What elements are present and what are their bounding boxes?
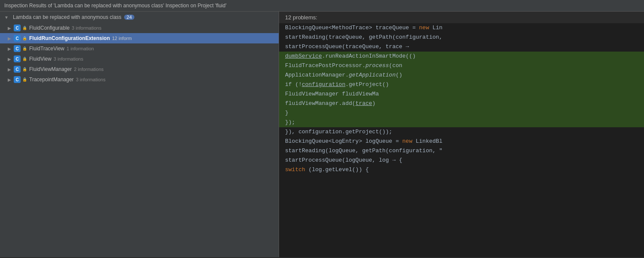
- root-label: Lambda can be replaced with anonymous cl…: [13, 14, 122, 20]
- item-name: FluidViewManager: [29, 66, 72, 72]
- item-arrow[interactable]: ▶: [8, 46, 14, 51]
- code-line: });: [279, 118, 644, 127]
- tree-item[interactable]: ▶C🔒FluidView 3 informations: [0, 54, 279, 64]
- root-count: 24: [124, 15, 134, 20]
- tree-item[interactable]: ▶C🔒FluidRunConfigurationExtension 12 inf…: [0, 33, 279, 43]
- item-name: FluidView: [29, 56, 52, 62]
- problems-header: 12 problems:: [279, 12, 644, 23]
- class-icon: C: [14, 76, 21, 83]
- code-text: ApplicationManager.getApplication(): [285, 71, 402, 80]
- tree-item[interactable]: ▶C🔒FluidViewManager 2 informations: [0, 64, 279, 74]
- lock-icon: 🔒: [21, 56, 27, 62]
- lock-icon: 🔒: [21, 46, 27, 52]
- item-count: 3 informations: [72, 25, 101, 31]
- code-line: BlockingQueue<LogEntry> logQueue = new L…: [279, 137, 644, 146]
- item-name: FluidConfigurable: [29, 25, 70, 31]
- class-icon: C: [14, 66, 21, 73]
- code-line: ApplicationManager.getApplication(): [279, 71, 644, 80]
- code-text: startReading(logQueue, getPath(configura…: [285, 146, 443, 156]
- code-text: fluidViewManager.add(trace): [285, 99, 376, 108]
- problems-count: 12 problems:: [285, 14, 317, 21]
- item-count: 3 informations: [76, 77, 106, 82]
- item-name: TracepointManager: [29, 77, 74, 83]
- title-text: Inspection Results of 'Lambda can be rep…: [4, 3, 226, 9]
- tree-item[interactable]: ▶C🔒FluidTraceView 1 information: [0, 43, 279, 54]
- item-count: 3 informations: [54, 56, 83, 61]
- code-text: }), configuration.getProject());: [285, 127, 392, 137]
- code-text: BlockingQueue<MethodTrace> traceQueue = …: [285, 23, 443, 33]
- lock-icon: 🔒: [21, 35, 27, 41]
- code-text: });: [285, 118, 295, 127]
- left-panel: ▼ Lambda can be replaced with anonymous …: [0, 12, 279, 257]
- code-area: BlockingQueue<MethodTrace> traceQueue = …: [279, 23, 644, 256]
- code-line: fluidViewManager.add(trace): [279, 99, 644, 108]
- code-line: }), configuration.getProject());: [279, 127, 644, 137]
- code-line: }: [279, 108, 644, 118]
- code-line: startReading(traceQueue, getPath(configu…: [279, 33, 644, 42]
- lock-icon: 🔒: [21, 77, 27, 83]
- item-arrow[interactable]: ▶: [8, 57, 14, 61]
- code-line: startProcessQueue(traceQueue, trace →: [279, 42, 644, 52]
- item-arrow[interactable]: ▶: [8, 26, 14, 31]
- title-bar: Inspection Results of 'Lambda can be rep…: [0, 0, 644, 12]
- code-text: startProcessQueue(traceQueue, trace →: [285, 42, 409, 52]
- code-text: startReading(traceQueue, getPath(configu…: [285, 33, 443, 42]
- code-text: }: [285, 108, 289, 118]
- item-count: 2 informations: [74, 67, 103, 72]
- code-text: if (!configuration.getProject(): [285, 80, 389, 89]
- item-count: 12 inform: [112, 36, 132, 41]
- root-arrow[interactable]: ▼: [4, 15, 10, 20]
- item-name: FluidTraceView: [29, 46, 64, 52]
- code-text: switch (log.getLevel()) {: [285, 165, 369, 175]
- code-line: FluidViewManager fluidViewMa: [279, 89, 644, 99]
- code-line: BlockingQueue<MethodTrace> traceQueue = …: [279, 23, 644, 33]
- item-name: FluidRunConfigurationExtension: [29, 35, 110, 41]
- item-arrow[interactable]: ▶: [8, 67, 14, 72]
- code-line: startProcessQueue(logQueue, log → {: [279, 156, 644, 165]
- tree-item[interactable]: ▶C🔒FluidConfigurable 3 informations: [0, 23, 279, 33]
- code-line: switch (log.getLevel()) {: [279, 165, 644, 175]
- code-text: FluidTracePostProcessor.process(con: [285, 61, 402, 71]
- code-line: FluidTracePostProcessor.process(con: [279, 61, 644, 71]
- lock-icon: 🔒: [21, 25, 27, 31]
- right-panel: 12 problems: BlockingQueue<MethodTrace> …: [279, 12, 644, 257]
- code-text: startProcessQueue(logQueue, log → {: [285, 156, 402, 165]
- class-icon: C: [14, 45, 21, 52]
- code-text: FluidViewManager fluidViewMa: [285, 89, 379, 99]
- lock-icon: 🔒: [21, 66, 27, 72]
- code-text: BlockingQueue<LogEntry> logQueue = new L…: [285, 137, 443, 146]
- class-icon: C: [14, 55, 21, 62]
- code-line: if (!configuration.getProject(): [279, 80, 644, 89]
- code-line: startReading(logQueue, getPath(configura…: [279, 146, 644, 156]
- code-line: dumbService.runReadActionInSmartMode((): [279, 52, 644, 61]
- tree-root: ▼ Lambda can be replaced with anonymous …: [0, 12, 279, 23]
- item-arrow[interactable]: ▶: [8, 36, 14, 41]
- tree-items: ▶C🔒FluidConfigurable 3 informations▶C🔒Fl…: [0, 23, 279, 85]
- code-text: dumbService.runReadActionInSmartMode((): [285, 52, 416, 61]
- class-icon: C: [14, 35, 21, 42]
- class-icon: C: [14, 25, 21, 31]
- tree-item[interactable]: ▶C🔒TracepointManager 3 informations: [0, 74, 279, 85]
- item-count: 1 information: [67, 46, 94, 51]
- item-arrow[interactable]: ▶: [8, 77, 14, 82]
